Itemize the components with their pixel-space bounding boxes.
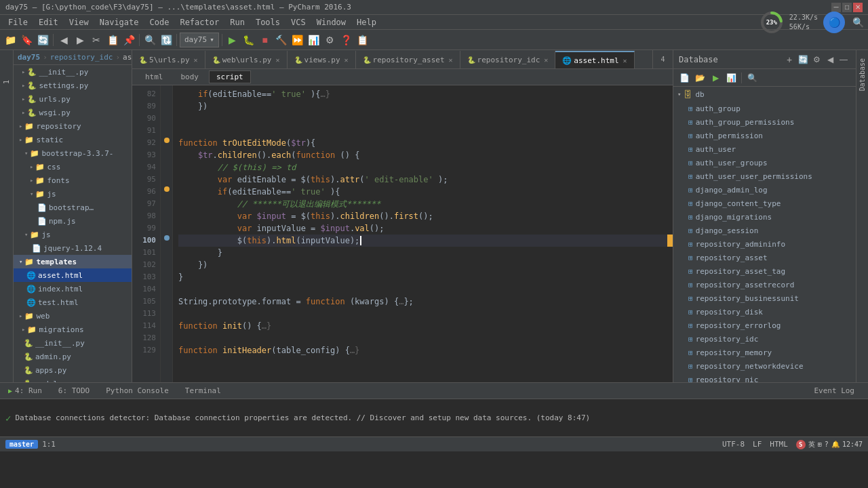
db-add-button[interactable]: + xyxy=(783,53,796,66)
db-open-button[interactable]: 📂 xyxy=(693,71,707,85)
db-table-auth-group[interactable]: ⊞auth_group xyxy=(673,102,856,115)
sync-button[interactable]: 🔄 xyxy=(35,33,50,47)
right-vtab-label[interactable]: Database xyxy=(857,53,867,96)
tab-close-asset-html[interactable]: ✕ xyxy=(623,57,627,64)
db-table-auth-user[interactable]: ⊞auth_user xyxy=(673,142,856,156)
coverage-button[interactable]: 📊 xyxy=(307,33,321,47)
db-table-django-admin-log[interactable]: ⊞django_admin_log xyxy=(673,183,856,197)
db-table-repo-memory[interactable]: ⊞repository_memory xyxy=(673,346,856,359)
db-minimize-button[interactable]: — xyxy=(837,53,850,66)
tree-item-fonts[interactable]: ▸📁fonts xyxy=(14,174,132,187)
tree-item-css[interactable]: ▸📁css xyxy=(14,160,132,174)
run-all-button[interactable]: ⏩ xyxy=(290,33,305,47)
menu-run[interactable]: Run xyxy=(224,16,250,28)
tree-item-apps[interactable]: 🐍apps.py xyxy=(14,363,132,377)
copy-button[interactable]: 📋 xyxy=(105,33,120,47)
menu-window[interactable]: Window xyxy=(311,16,351,28)
db-arrow-button[interactable]: ◀ xyxy=(823,53,837,66)
settings-button[interactable]: ⚙ xyxy=(323,33,338,47)
tab-close-web-urls[interactable]: ✕ xyxy=(276,56,280,64)
db-table-django-migrations[interactable]: ⊞django_migrations xyxy=(673,210,856,224)
tree-item-bootstrap-js[interactable]: 📄bootstrap… xyxy=(14,201,132,214)
db-run-button[interactable]: ▶ xyxy=(709,71,722,85)
build-button[interactable]: 🔨 xyxy=(274,33,289,47)
tree-item-repository[interactable]: ▸📁repository xyxy=(14,119,132,133)
tree-item-wsgi-py[interactable]: ▸🐍wsgi.py xyxy=(14,106,132,119)
tree-item-npm-js[interactable]: 📄npm.js xyxy=(14,214,132,228)
help-toolbar-button[interactable]: ❓ xyxy=(339,33,354,47)
tab-asset-html[interactable]: 🌐asset.html✕ xyxy=(555,51,634,68)
tab-views-py[interactable]: 🐍views.py✕ xyxy=(288,51,356,68)
tab-close-views[interactable]: ✕ xyxy=(344,56,349,64)
tree-item-index-html[interactable]: 🌐index.html xyxy=(14,282,132,296)
db-settings-button[interactable]: ⚙ xyxy=(810,53,823,66)
bottom-tab-event-log[interactable]: Event Log xyxy=(806,383,863,399)
tree-item-init-py[interactable]: ▸🐍__init__.py xyxy=(14,65,132,79)
menu-tools[interactable]: Tools xyxy=(250,16,285,28)
bottom-tab-terminal[interactable]: Terminal xyxy=(177,383,229,399)
tree-item-asset-html[interactable]: 🌐asset.html xyxy=(14,268,132,282)
tab-urls-py[interactable]: 🐍5\urls.py✕ xyxy=(132,51,205,68)
tree-item-admin[interactable]: 🐍admin.py xyxy=(14,350,132,363)
bottom-tab-python-console[interactable]: Python Console xyxy=(98,383,177,399)
tree-item-js-root[interactable]: ▾📁js xyxy=(14,228,132,241)
project-breadcrumb[interactable]: day75 ▾ xyxy=(180,33,219,47)
tree-item-models[interactable]: 🐍models.py xyxy=(14,377,132,382)
back-button[interactable]: ◀ xyxy=(56,33,71,47)
db-table-repo-admininfo[interactable]: ⊞repository_admininfo xyxy=(673,237,856,251)
tree-item-web[interactable]: ▸📁web xyxy=(14,309,132,323)
db-table-auth-group-perms[interactable]: ⊞auth_group_permissions xyxy=(673,115,856,129)
db-table-repo-assetrecord[interactable]: ⊞repository_assetrecord xyxy=(673,278,856,291)
db-table-django-session[interactable]: ⊞django_session xyxy=(673,224,856,237)
db-table-repo-disk[interactable]: ⊞repository_disk xyxy=(673,305,856,319)
menu-view[interactable]: View xyxy=(64,16,94,28)
bottom-tab-run[interactable]: ▶ 4: Run xyxy=(0,383,50,399)
search-everywhere-button[interactable]: 🔍 xyxy=(850,15,865,30)
bookmark-button[interactable]: 🔖 xyxy=(19,33,34,47)
tree-item-templates[interactable]: ▾📁templates xyxy=(14,255,132,268)
code-content[interactable]: if(editEnable==' true' ){…} }) function … xyxy=(173,85,673,382)
menu-navigate[interactable]: Navigate xyxy=(94,16,144,28)
tab-repository-idc[interactable]: 🐍repository_idc✕ xyxy=(460,51,556,68)
tab-repository-asset[interactable]: 🐍repository_asset✕ xyxy=(356,51,460,68)
db-table-repo-nic[interactable]: ⊞repository_nic xyxy=(673,373,856,382)
tree-item-static[interactable]: ▸📁static xyxy=(14,133,132,146)
find-button[interactable]: 🔍 xyxy=(142,33,157,47)
tab-close-repo-idc[interactable]: ✕ xyxy=(544,56,548,64)
db-table-repo-businessunit[interactable]: ⊞repository_businessunit xyxy=(673,291,856,305)
tree-item-test-html[interactable]: 🌐test.html xyxy=(14,296,132,309)
db-table-auth-user-user-perms[interactable]: ⊞auth_user_user_permissions xyxy=(673,169,856,183)
sub-tab-html[interactable]: html xyxy=(138,70,171,83)
menu-file[interactable]: File xyxy=(3,16,33,28)
tree-item-settings-py[interactable]: ▸🐍settings.py xyxy=(14,79,132,92)
project-view-button[interactable]: 📁 xyxy=(3,33,18,47)
project-sidebar-label[interactable]: 1 xyxy=(1,77,12,87)
paste-button[interactable]: 📌 xyxy=(121,33,136,47)
cut-button[interactable]: ✂ xyxy=(89,33,104,47)
menu-edit[interactable]: Edit xyxy=(33,16,64,28)
stop-button[interactable]: ■ xyxy=(258,33,273,47)
menu-help[interactable]: Help xyxy=(351,16,382,28)
db-refresh-button[interactable]: 🔄 xyxy=(796,53,810,66)
tab-close-urls[interactable]: ✕ xyxy=(194,56,198,64)
tree-item-js-bootstrap[interactable]: ▾📁js xyxy=(14,187,132,201)
replace-button[interactable]: 🔃 xyxy=(159,33,174,47)
tab-overflow-button[interactable]: 4 xyxy=(652,50,673,68)
tree-item-urls-py[interactable]: ▸🐍urls.py xyxy=(14,92,132,106)
menu-code[interactable]: Code xyxy=(144,16,175,28)
db-table-auth-user-groups[interactable]: ⊞auth_user_groups xyxy=(673,156,856,169)
db-table-auth-perm[interactable]: ⊞auth_permission xyxy=(673,129,856,142)
tree-item-jquery[interactable]: 📄jquery-1.12.4 xyxy=(14,241,132,255)
sub-tab-body[interactable]: body xyxy=(174,70,207,83)
debug-button[interactable]: 🐛 xyxy=(241,33,256,47)
db-root-item[interactable]: ▾ 🗄 db xyxy=(673,87,856,102)
sub-tab-script[interactable]: script xyxy=(209,70,251,83)
db-schema-button[interactable]: 📊 xyxy=(724,71,738,85)
menu-refactor[interactable]: Refactor xyxy=(174,16,224,28)
db-table-repo-networkdevice[interactable]: ⊞repository_networkdevice xyxy=(673,359,856,373)
forward-button[interactable]: ▶ xyxy=(73,33,87,47)
run-button[interactable]: ▶ xyxy=(225,33,240,47)
db-table-repo-errorlog[interactable]: ⊞repository_errorlog xyxy=(673,319,856,332)
tasks-button[interactable]: 📋 xyxy=(355,33,370,47)
db-table-repo-asset[interactable]: ⊞repository_asset xyxy=(673,251,856,264)
